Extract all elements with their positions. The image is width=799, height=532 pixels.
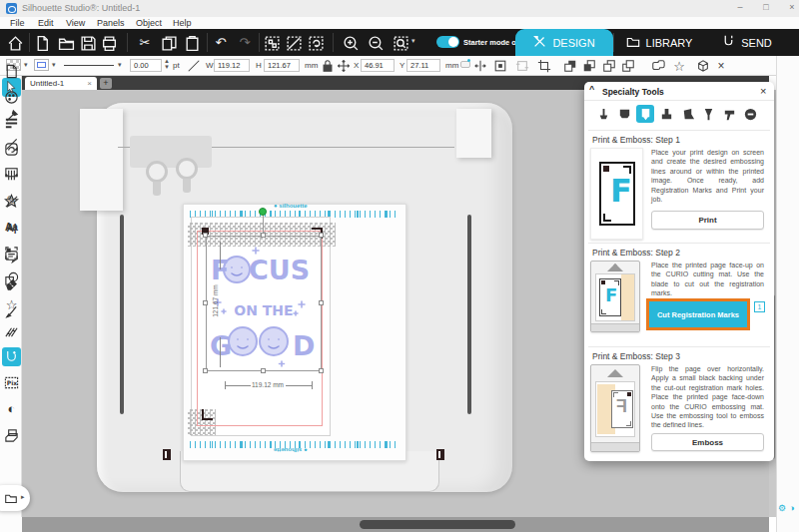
center-page-icon[interactable] [492, 58, 508, 74]
selection-handle-bm[interactable] [261, 368, 266, 373]
specialty-tool-foil-icon[interactable] [741, 105, 759, 123]
line-style-panel-icon[interactable] [2, 114, 21, 133]
registration-marks-panel-icon[interactable] [2, 244, 21, 263]
selection-handle-br[interactable] [319, 368, 324, 373]
menu-object[interactable]: Object [136, 18, 162, 28]
selection-handle-mr[interactable] [319, 300, 324, 305]
offset-star-icon[interactable]: ☆ [671, 58, 687, 74]
page-setup-icon[interactable] [2, 62, 21, 81]
line-weight-stepper[interactable]: ▲▼ [164, 58, 170, 70]
x-input[interactable]: 46.91 [361, 59, 395, 72]
bring-forward-icon[interactable] [601, 58, 617, 74]
undo-icon[interactable]: ↶ [211, 33, 231, 53]
flatten-panel-icon[interactable] [2, 425, 21, 444]
fill-dropdown-icon[interactable]: ▾ [24, 61, 28, 69]
home-icon[interactable] [5, 33, 25, 53]
y-input[interactable]: 27.11 [406, 59, 440, 72]
select-all-icon[interactable] [262, 33, 282, 53]
lock-aspect-icon[interactable] [320, 58, 336, 74]
selection-handle-ml[interactable] [203, 300, 208, 305]
paste-icon[interactable] [182, 33, 202, 53]
minimize-button[interactable]: – [731, 2, 749, 12]
center-horizontal-icon[interactable] [472, 58, 488, 74]
rotate-selection-icon[interactable] [306, 33, 326, 53]
zoom-out-icon[interactable] [366, 33, 386, 53]
line-color-dropdown-icon[interactable]: ▾ [52, 61, 56, 69]
horizontal-scrollbar[interactable] [22, 517, 769, 532]
color-palette-icon[interactable] [2, 88, 21, 107]
save-icon[interactable] [78, 33, 98, 53]
menu-file[interactable]: File [10, 18, 25, 28]
sketch-panel-icon[interactable] [2, 321, 21, 340]
redo-icon[interactable]: ↷ [235, 33, 255, 53]
send-backward-icon[interactable] [620, 58, 636, 74]
tab-library[interactable]: LIBRARY [615, 29, 703, 56]
trace-panel-icon[interactable]: ◐ [2, 399, 21, 418]
send-to-back-icon[interactable] [562, 58, 578, 74]
selection-handle-tl[interactable] [203, 233, 208, 238]
specialty-tool-stipple-icon[interactable] [594, 105, 612, 123]
deselect-icon[interactable] [284, 33, 304, 53]
print-button[interactable]: Print [651, 211, 764, 230]
menu-panels[interactable]: Panels [97, 18, 125, 28]
menu-edit[interactable]: Edit [38, 18, 54, 28]
specialty-tool-etch-icon[interactable] [720, 105, 738, 123]
3d-object-icon[interactable] [695, 58, 711, 74]
zoom-selection-icon[interactable] [391, 33, 410, 53]
send-to-front-icon[interactable] [581, 58, 597, 74]
transfer-panel-icon[interactable] [2, 166, 21, 185]
line-style-dropdown-icon[interactable]: ▾ [118, 61, 122, 69]
close-button[interactable]: × [783, 2, 799, 12]
specialty-tool-score-icon[interactable] [699, 105, 717, 123]
print-icon[interactable] [99, 33, 119, 53]
menu-help[interactable]: Help [173, 18, 192, 28]
tab-design[interactable]: DESIGN [515, 29, 613, 56]
selection-handle-bl[interactable] [203, 368, 208, 373]
weld-icon[interactable] [650, 58, 666, 74]
tab-send[interactable]: SEND [707, 29, 787, 56]
panel-collapse-icon[interactable]: ^ [589, 84, 594, 94]
open-file-icon[interactable] [56, 33, 76, 53]
new-document-icon[interactable] [32, 33, 52, 53]
offset-panel-icon[interactable] [2, 192, 21, 211]
width-input[interactable]: 119.12 [214, 59, 250, 72]
frame-crop-icon[interactable] [536, 58, 552, 74]
fill-style-panel-icon[interactable] [2, 140, 21, 159]
emboss-panel-icon[interactable] [2, 347, 21, 366]
emboss-button[interactable]: Emboss [651, 433, 764, 451]
selection-bounding-box[interactable] [206, 236, 322, 371]
delete-icon[interactable]: × [713, 58, 729, 74]
cut-icon[interactable]: ✂ [135, 33, 155, 53]
maximize-button[interactable]: □ [757, 2, 775, 12]
zoom-dropdown-icon[interactable]: ▾ [411, 37, 415, 45]
horizontal-scrollbar-thumb[interactable] [360, 520, 515, 529]
theme-toggle-icon[interactable]: ◑ [789, 503, 794, 513]
line-style-preview[interactable] [64, 65, 114, 66]
menu-view[interactable]: View [66, 18, 85, 28]
cut-registration-marks-button[interactable]: Cut Registration Marks [649, 301, 747, 327]
add-document-tab-button[interactable]: + [100, 78, 112, 89]
line-angle-icon[interactable] [186, 58, 202, 74]
info-badge[interactable]: 1 [754, 301, 765, 312]
specialty-tool-emboss-wide-icon[interactable] [615, 105, 633, 123]
text-style-panel-icon[interactable]: Aa [2, 218, 21, 237]
unit-toggle[interactable] [460, 61, 470, 68]
copy-icon[interactable] [159, 33, 179, 53]
height-input[interactable]: 121.67 [264, 59, 300, 72]
specialty-tool-deboss-icon[interactable] [678, 105, 696, 123]
pixscan-panel-icon[interactable]: Pix [2, 373, 21, 392]
document-tab-close-icon[interactable]: × [87, 79, 92, 88]
settings-gear-icon[interactable]: ⚙ [778, 503, 786, 513]
selection-handle-tr[interactable] [319, 233, 324, 238]
starter-mode-toggle[interactable] [436, 36, 459, 48]
line-color-swatch[interactable] [34, 59, 49, 71]
rotation-handle[interactable] [259, 208, 267, 216]
selection-handle-tm[interactable] [261, 233, 266, 238]
zoom-in-icon[interactable] [341, 33, 361, 53]
modify-panel-icon[interactable] [2, 269, 21, 288]
specialty-tool-stamp-icon[interactable] [657, 105, 675, 123]
document-tab[interactable]: Untitled-1 × [25, 77, 97, 90]
library-flyout-tab[interactable]: ▸ [0, 485, 30, 511]
specialty-tool-print-emboss-icon[interactable] [636, 105, 654, 123]
star-panel-icon[interactable]: ☆ [2, 295, 21, 314]
